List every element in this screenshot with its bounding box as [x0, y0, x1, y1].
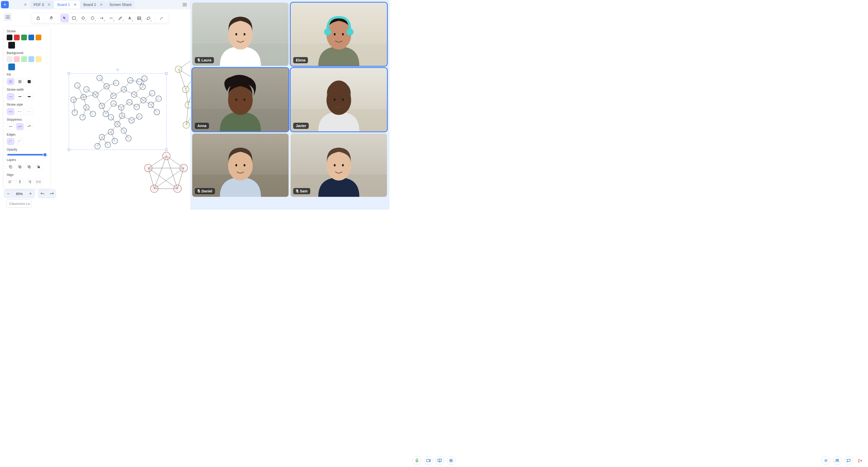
svg-rect-20 [165, 149, 167, 151]
svg-point-83 [324, 28, 331, 35]
svg-point-55 [115, 121, 120, 127]
fill-hachure[interactable] [7, 78, 14, 85]
svg-point-34 [99, 103, 104, 109]
svg-rect-18 [165, 72, 167, 74]
stroke-width-thin[interactable] [7, 93, 14, 100]
align-label: Align [7, 173, 47, 177]
edges-sharp[interactable] [7, 138, 14, 145]
video-tile-javier[interactable]: Javier [291, 68, 387, 131]
participant-name-tag: Sam [293, 188, 310, 194]
stroke-color-orange[interactable] [36, 35, 41, 40]
video-tile-anna[interactable]: Anna [192, 68, 288, 131]
bg-blue[interactable] [28, 56, 34, 62]
stroke-color-blue[interactable] [28, 35, 34, 40]
bg-transparent[interactable] [7, 56, 12, 62]
tab-board1[interactable]: Board 1✕ [54, 1, 80, 8]
svg-point-90 [235, 98, 237, 101]
align-distribute[interactable] [35, 178, 42, 185]
classroom-name-input[interactable]: Classroom La [6, 199, 32, 208]
redo-button[interactable] [47, 189, 56, 198]
slop-artist[interactable] [16, 123, 24, 130]
stroke-width-thick[interactable] [25, 93, 33, 100]
layer-front[interactable] [35, 163, 42, 170]
stroke-color-red[interactable] [14, 35, 20, 40]
svg-point-101 [235, 164, 237, 166]
svg-point-42 [142, 76, 147, 81]
svg-point-71 [150, 185, 158, 193]
tabs-menu-button[interactable] [181, 1, 188, 8]
align-center-h[interactable] [16, 178, 24, 185]
bg-selected[interactable] [8, 64, 15, 70]
layer-forward[interactable] [25, 163, 33, 170]
svg-point-29 [71, 97, 76, 102]
align-right[interactable] [25, 178, 33, 185]
opacity-thumb[interactable] [43, 153, 47, 157]
svg-point-95 [328, 81, 350, 105]
layer-back[interactable] [7, 163, 14, 170]
close-icon[interactable]: ✕ [24, 3, 27, 7]
svg-rect-6 [10, 166, 12, 168]
svg-point-45 [148, 102, 154, 108]
slop-cartoonist[interactable] [25, 123, 33, 130]
tab-screenshare[interactable]: Screen Share [106, 1, 135, 8]
fill-solid[interactable] [25, 78, 33, 85]
bg-green[interactable] [21, 56, 27, 62]
undo-button[interactable] [38, 189, 47, 198]
svg-point-40 [131, 92, 137, 97]
close-icon[interactable]: ✕ [100, 3, 103, 7]
svg-point-109 [342, 164, 344, 166]
stroke-color-black[interactable] [7, 35, 12, 40]
svg-point-60 [112, 138, 118, 144]
slop-architect[interactable] [7, 123, 14, 130]
zoom-controls: − 65% + [4, 189, 35, 198]
svg-point-38 [127, 77, 133, 83]
svg-point-72 [145, 164, 152, 172]
video-tile-sam[interactable]: Sam [291, 133, 387, 197]
fill-cross[interactable] [16, 78, 24, 85]
close-icon[interactable]: ✕ [74, 3, 77, 7]
background-label: Background [7, 51, 47, 55]
svg-point-85 [334, 33, 336, 35]
bg-pink[interactable] [14, 56, 20, 62]
svg-point-61 [99, 134, 104, 140]
svg-point-58 [126, 135, 131, 141]
svg-point-36 [111, 93, 116, 99]
video-tile-elena[interactable]: Elena [291, 3, 387, 66]
edges-round[interactable] [16, 138, 24, 145]
bg-yellow[interactable] [36, 56, 41, 62]
zoom-in-button[interactable]: + [26, 189, 35, 198]
svg-point-26 [84, 87, 89, 92]
tab-label: Board 2 [84, 3, 96, 7]
stroke-width-med[interactable] [16, 93, 24, 100]
align-left[interactable] [7, 178, 14, 185]
svg-point-75 [228, 20, 253, 50]
video-tile-laura[interactable]: Laura [192, 3, 288, 66]
opacity-slider[interactable] [7, 154, 46, 155]
stroke-dotted[interactable] [25, 108, 33, 115]
new-tab-button[interactable]: + [1, 1, 9, 8]
svg-point-102 [244, 164, 245, 166]
svg-point-30 [72, 110, 78, 116]
svg-point-76 [235, 33, 237, 35]
tab-pdf3[interactable]: PDF 3✕ [30, 1, 54, 8]
svg-point-39 [136, 79, 142, 85]
stroke-color-green[interactable] [21, 35, 27, 40]
video-tile-daniel[interactable]: Daniel [192, 133, 288, 197]
layer-backward[interactable] [16, 163, 24, 170]
svg-point-107 [327, 151, 351, 181]
stroke-dashed[interactable] [16, 108, 24, 115]
close-icon[interactable]: ✕ [48, 3, 51, 7]
stroke-solid[interactable] [7, 108, 14, 115]
stroke-color-selected[interactable] [8, 42, 15, 49]
tab-label: PDF 3 [34, 3, 44, 7]
zoom-value[interactable]: 65% [13, 192, 26, 196]
svg-point-41 [140, 84, 146, 90]
tab-board2[interactable]: Board 2✕ [80, 1, 106, 8]
svg-point-68 [162, 152, 170, 160]
edges-label: Edges [7, 133, 47, 136]
zoom-out-button[interactable]: − [4, 189, 13, 198]
svg-point-51 [111, 101, 116, 106]
layers-label: Layers [7, 158, 47, 162]
tab-blank[interactable]: ✕ [9, 1, 30, 8]
svg-point-50 [118, 104, 124, 110]
